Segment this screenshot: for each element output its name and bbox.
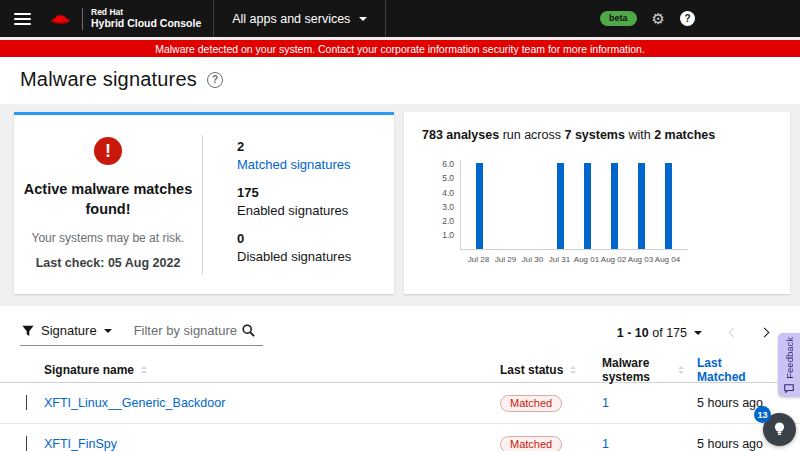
filter-attribute-dropdown[interactable]: Signature — [20, 319, 122, 345]
analyses-bar-chart: 6.0 5.0 4.0 3.0 2.0 1.0 Jul 28 Jul 29 — [460, 160, 688, 264]
hamburger-menu-icon[interactable] — [14, 10, 31, 28]
lightbulb-icon — [772, 421, 787, 438]
chart-summary-text: 783 analyses run across 7 systems with 2… — [422, 128, 772, 142]
stat-disabled: 0 Disabled signatures — [237, 231, 351, 264]
status-badge: Matched — [500, 436, 562, 451]
malware-alert-banner: Malware detected on your system. Contact… — [0, 40, 800, 57]
expand-row-icon[interactable] — [26, 436, 27, 451]
gear-icon[interactable]: ⚙ — [652, 10, 665, 28]
help-icon[interactable]: ? — [680, 11, 695, 26]
page-header: Malware signatures ? — [0, 57, 800, 104]
last-matched-value: 5 hours ago — [684, 396, 788, 410]
status-badge: Matched — [500, 395, 562, 412]
redhat-fedora-icon — [47, 9, 74, 28]
chevron-down-icon — [359, 17, 367, 25]
signature-filter-input[interactable] — [122, 319, 240, 345]
pagination: 1 - 10 of 175 — [617, 326, 780, 340]
signature-name-link[interactable]: XFTI_Linux__Generic_Backdoor — [44, 396, 225, 410]
header-signature-name[interactable]: Signature name — [44, 363, 484, 377]
chevron-down-icon — [104, 329, 112, 337]
active-matches-card: ! Active malware matches found! Your sys… — [14, 112, 394, 294]
systems-count: 7 systems — [564, 128, 624, 142]
chevron-down-icon[interactable] — [694, 331, 702, 339]
brand-divider — [82, 8, 83, 30]
assistant-chat-button[interactable]: 13 — [763, 413, 796, 446]
signature-name-link[interactable]: XFTI_FinSpy — [44, 437, 117, 451]
chart-plot-area — [460, 160, 688, 250]
malware-alert-text: Malware detected on your system. Contact… — [155, 43, 645, 55]
stat-disabled-value: 0 — [237, 231, 351, 246]
search-icon[interactable] — [240, 324, 263, 341]
analyses-chart-card: 783 analyses run across 7 systems with 2… — [404, 112, 790, 294]
chart-bar — [557, 163, 564, 249]
notification-badge: 13 — [754, 406, 771, 423]
matched-signatures-link[interactable]: Matched signatures — [237, 157, 351, 172]
table-row: XFTI_Linux__Generic_Backdoor Matched 1 5… — [0, 383, 800, 424]
chart-x-axis-labels: Jul 28 Jul 29 Jul 30 Jul 31 Aug 01 Aug 0… — [460, 255, 688, 264]
expand-row-icon[interactable] — [26, 395, 27, 410]
exclamation-icon: ! — [94, 137, 122, 165]
masthead: Red Hat Hybrid Cloud Console All apps an… — [0, 0, 800, 37]
chart-bar — [476, 163, 483, 249]
stat-enabled-label: Enabled signatures — [237, 203, 351, 218]
page-title: Malware signatures — [20, 68, 197, 91]
chart-bar — [638, 163, 645, 249]
header-last-status[interactable]: Last status — [484, 363, 584, 377]
page-help-icon[interactable]: ? — [207, 72, 223, 88]
all-apps-dropdown[interactable]: All apps and services — [213, 0, 386, 37]
filter-funnel-icon — [22, 325, 34, 337]
beta-badge: beta — [600, 11, 637, 26]
next-page-icon[interactable] — [760, 328, 770, 338]
chart-bar — [611, 163, 618, 249]
malware-systems-link[interactable]: 1 — [602, 396, 609, 410]
chart-bar — [665, 163, 672, 249]
table-row: XFTI_FinSpy Matched 1 5 hours ago — [0, 424, 800, 451]
malware-systems-link[interactable]: 1 — [602, 437, 609, 451]
comment-icon — [784, 383, 794, 393]
filter-group: Signature — [20, 319, 263, 346]
chart-bar — [584, 163, 591, 249]
table-header-row: Signature name Last status Malware syste… — [0, 356, 800, 383]
header-malware-systems[interactable]: Malware systems — [584, 356, 684, 384]
brand-logo[interactable]: Red Hat Hybrid Cloud Console — [47, 8, 201, 30]
signatures-table-section: Signature 1 - 10 of 175 Signature name L… — [0, 306, 800, 451]
signature-stats: 2 Matched signatures 175 Enabled signatu… — [203, 115, 351, 294]
pagination-menu[interactable]: 1 - 10 of 175 — [617, 326, 687, 340]
feedback-tab[interactable]: Feedback — [778, 333, 800, 397]
all-apps-dropdown-label: All apps and services — [232, 12, 350, 26]
prev-page-icon[interactable] — [729, 328, 739, 338]
alert-heading: Active malware matches found! — [18, 180, 198, 219]
sort-icon — [570, 363, 576, 377]
sort-icon — [141, 363, 147, 377]
stat-matched: 2 Matched signatures — [237, 139, 351, 172]
matches-count: 2 matches — [654, 128, 715, 142]
alert-subtext: Your systems may be at risk. — [32, 231, 185, 245]
stat-enabled-value: 175 — [237, 185, 351, 200]
stat-matched-value: 2 — [237, 139, 351, 154]
stat-disabled-label: Disabled signatures — [237, 249, 351, 264]
feedback-tab-label: Feedback — [784, 337, 795, 379]
stat-enabled: 175 Enabled signatures — [237, 185, 351, 218]
brand-line1: Red Hat — [91, 8, 201, 18]
last-check-text: Last check: 05 Aug 2022 — [36, 256, 181, 270]
brand-line2: Hybrid Cloud Console — [91, 17, 201, 29]
header-last-matched[interactable]: Last Matched ↑ — [684, 356, 788, 384]
analyses-count: 783 analyses — [422, 128, 499, 142]
table-toolbar: Signature 1 - 10 of 175 — [0, 306, 800, 356]
summary-section: ! Active malware matches found! Your sys… — [0, 104, 800, 306]
chart-y-axis-labels: 6.0 5.0 4.0 3.0 2.0 1.0 — [434, 157, 454, 243]
filter-attribute-label: Signature — [41, 323, 97, 338]
